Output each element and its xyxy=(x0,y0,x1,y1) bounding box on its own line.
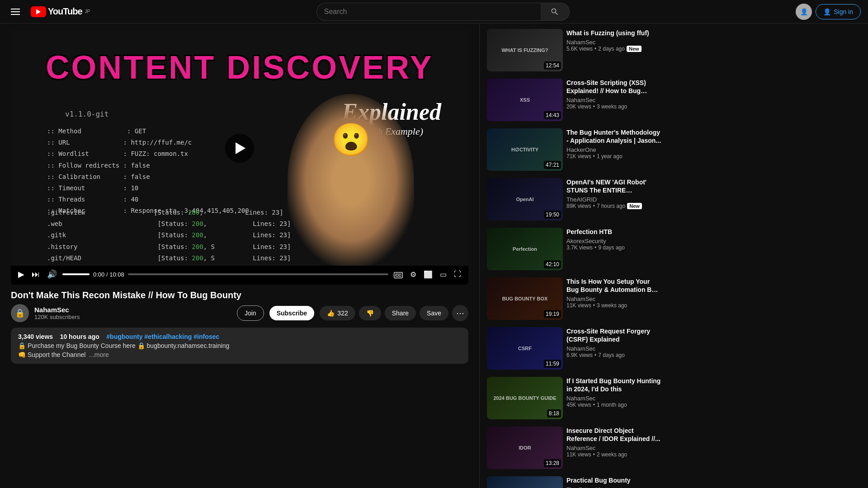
logo-country: JP xyxy=(85,9,90,14)
theater-button[interactable]: ▭ xyxy=(438,270,448,279)
sidebar-video-title: If I Started Bug Bounty Hunting in 2024,… xyxy=(566,377,662,393)
header: YouTubeJP 👤 👤 Sign in xyxy=(0,0,868,23)
thumbnail-wrapper: H∅CTIVITY 47:21 xyxy=(487,128,563,171)
progress-bar[interactable] xyxy=(128,273,388,275)
sidebar-channel-name: NahamSec xyxy=(566,445,662,451)
channel-name[interactable]: NahamSec xyxy=(34,306,231,314)
sidebar-age: 2 weeks ago xyxy=(597,451,627,458)
channel-avatar[interactable]: 🔒 xyxy=(11,304,29,322)
terminal-content: :: Method : GET :: URL : http://ffuf.me/… xyxy=(47,126,249,217)
duration-badge: 11:59 xyxy=(544,360,561,368)
play-button-overlay[interactable] xyxy=(225,134,254,163)
sidebar-views: 11K views xyxy=(566,302,591,309)
sidebar-channel-name: NahamSec xyxy=(566,97,662,103)
description-meta: 3,340 views 10 hours ago #bugbounty #eth… xyxy=(18,333,461,340)
play-pause-button[interactable]: ▶ xyxy=(16,267,26,281)
video-player: CONTENT DISCOVERY Explained (With Exampl… xyxy=(11,31,468,285)
thumbnail-wrapper: IDOR 13:28 xyxy=(487,427,563,469)
video-area: CONTENT DISCOVERY Explained (With Exampl… xyxy=(0,23,479,488)
duration-badge: 19:50 xyxy=(544,211,561,219)
sidebar-video-item[interactable]: 2024 BUG BOUNTY GUIDE 8:18 If I Started … xyxy=(485,375,664,421)
thumbnail-wrapper: BUG BOUNTY BOX 19:19 xyxy=(487,277,563,320)
channel-row: 🔒 NahamSec 120K subscribers Join Subscri… xyxy=(11,304,468,322)
sidebar-video-item[interactable]: BUG BOUNTY BOX 19:19 This Is How You Set… xyxy=(485,276,664,322)
thumbnail-wrapper: 2024 BUG BOUNTY GUIDE 8:18 xyxy=(487,377,563,419)
thumbnail-wrapper: XSS 14:43 xyxy=(487,79,563,121)
volume-slider[interactable] xyxy=(62,273,90,275)
sidebar-video-title: Practical Bug Bounty xyxy=(566,476,662,484)
sidebar-video-info: Practical Bug Bounty The Cyber Mentor 33… xyxy=(566,476,662,488)
video-tags[interactable]: #bugbounty #ethicalhacking #infosec xyxy=(106,333,219,340)
duration-badge: 8:18 xyxy=(547,409,561,418)
fullscreen-button[interactable]: ⛶ xyxy=(452,270,463,278)
sidebar-video-item[interactable]: H∅CTIVITY 47:21 The Bug Hunter's Methodo… xyxy=(485,127,664,173)
sidebar-channel-name: NahamSec xyxy=(566,395,662,402)
description-box: 3,340 views 10 hours ago #bugbounty #eth… xyxy=(11,328,468,364)
sidebar-age: 1 month ago xyxy=(597,402,627,408)
like-button[interactable]: 👍 322 xyxy=(320,306,355,320)
description-more[interactable]: ...more xyxy=(89,351,109,358)
volume-button[interactable]: 🔊 xyxy=(45,267,59,281)
sidebar-video-item[interactable]: IDOR 13:28 Insecure Direct Object Refere… xyxy=(485,425,664,471)
header-left: YouTubeJP xyxy=(7,5,90,19)
video-info: Don't Make This Recon Mistake // How To … xyxy=(11,285,468,369)
settings-button[interactable]: ⚙ xyxy=(408,270,418,279)
time-display: 0:00 / 10:08 xyxy=(93,271,124,278)
sidebar-video-item[interactable]: PRACTICAL BUG BOUNTY Practical Bug Bount… xyxy=(485,474,664,488)
sidebar-views: 5.6K views xyxy=(566,46,593,52)
duration-badge: 12:54 xyxy=(544,61,561,70)
youtube-logo[interactable]: YouTubeJP xyxy=(31,6,90,17)
avatar[interactable]: 👤 xyxy=(796,4,812,20)
sidebar-video-meta: 20K views • 3 weeks ago xyxy=(566,103,662,110)
thumbnail-wrapper: PRACTICAL BUG BOUNTY xyxy=(487,476,563,488)
sidebar-age: 3 weeks ago xyxy=(597,103,627,110)
join-button[interactable]: Join xyxy=(237,305,264,321)
next-button[interactable]: ⏭ xyxy=(30,268,42,281)
dislike-button[interactable]: 👎 xyxy=(359,306,381,320)
sidebar-video-title: The Bug Hunter's Methodology - Applicati… xyxy=(566,128,662,145)
sidebar-video-title: What is Fuzzing (using ffuf) xyxy=(566,29,662,37)
more-options-button[interactable]: ⋯ xyxy=(452,305,468,321)
video-controls: ▶ ⏭ 🔊 0:00 / 10:08 CC ⚙ ⬜ ▭ ⛶ xyxy=(11,266,468,285)
thumbnail-wrapper: CSRF 11:59 xyxy=(487,327,563,370)
search-input[interactable] xyxy=(316,3,541,21)
sidebar-age: 7 days ago xyxy=(598,352,625,358)
duration-badge: 42:10 xyxy=(544,260,561,268)
sidebar-age: 2 days ago xyxy=(598,46,625,52)
sidebar-video-item[interactable]: OpenAI 19:50 OpenAI's NEW 'AGI Robot' ST… xyxy=(485,176,664,222)
thumbnail-wrapper: WHAT IS FUZZING? 12:54 xyxy=(487,29,563,71)
sidebar-video-meta: 11K views • 3 weeks ago xyxy=(566,302,662,309)
sidebar-video-item[interactable]: WHAT IS FUZZING? 12:54 What is Fuzzing (… xyxy=(485,27,664,73)
sidebar-video-meta: 6.9K views • 7 days ago xyxy=(566,352,662,358)
miniplayer-button[interactable]: ⬜ xyxy=(422,270,434,279)
new-badge: New xyxy=(627,46,642,52)
sidebar-video-title: Insecure Direct Object Reference / IDOR … xyxy=(566,427,662,443)
sidebar-video-item[interactable]: CSRF 11:59 Cross-Site Request Forgery (C… xyxy=(485,325,664,371)
sidebar-video-info: OpenAI's NEW 'AGI Robot' STUNS The ENTIR… xyxy=(566,178,662,221)
video-title: Don't Make This Recon Mistake // How To … xyxy=(11,290,468,300)
sidebar: WHAT IS FUZZING? 12:54 What is Fuzzing (… xyxy=(479,23,669,488)
youtube-logo-icon xyxy=(31,6,46,17)
share-button[interactable]: Share xyxy=(385,306,416,320)
search-button[interactable] xyxy=(541,3,570,21)
cc-button[interactable]: CC xyxy=(392,270,405,278)
sidebar-video-info: Insecure Direct Object Reference / IDOR … xyxy=(566,427,662,469)
sidebar-channel-name: The Cyber Mentor xyxy=(566,486,662,488)
thumbnail-wrapper: Perfection 42:10 xyxy=(487,228,563,270)
thumbnail-wrapper: OpenAI 19:50 xyxy=(487,178,563,221)
sign-in-button[interactable]: 👤 Sign in xyxy=(816,4,861,19)
sidebar-views: 45K views xyxy=(566,402,591,408)
sidebar-video-item[interactable]: XSS 14:43 Cross-Site Scripting (XSS) Exp… xyxy=(485,77,664,123)
description-text-2: 👊 Support the Channel ...more xyxy=(18,351,461,358)
action-buttons: 👍 322 👎 Share Save ⋯ xyxy=(320,305,468,321)
sidebar-video-meta: 89K views • 7 hours ago New xyxy=(566,203,662,209)
duration-badge: 13:28 xyxy=(544,459,561,467)
hamburger-menu[interactable] xyxy=(7,5,24,19)
subscribe-button[interactable]: Subscribe xyxy=(269,306,315,320)
sidebar-video-title: Cross-Site Scripting (XSS) Explained! //… xyxy=(566,79,662,95)
header-right: 👤 👤 Sign in xyxy=(796,4,861,20)
sidebar-video-title: OpenAI's NEW 'AGI Robot' STUNS The ENTIR… xyxy=(566,178,662,194)
save-button[interactable]: Save xyxy=(420,306,448,320)
sidebar-video-item[interactable]: Perfection 42:10 Perfection HTB AkorexSe… xyxy=(485,226,664,272)
sidebar-age: 1 year ago xyxy=(597,153,623,160)
